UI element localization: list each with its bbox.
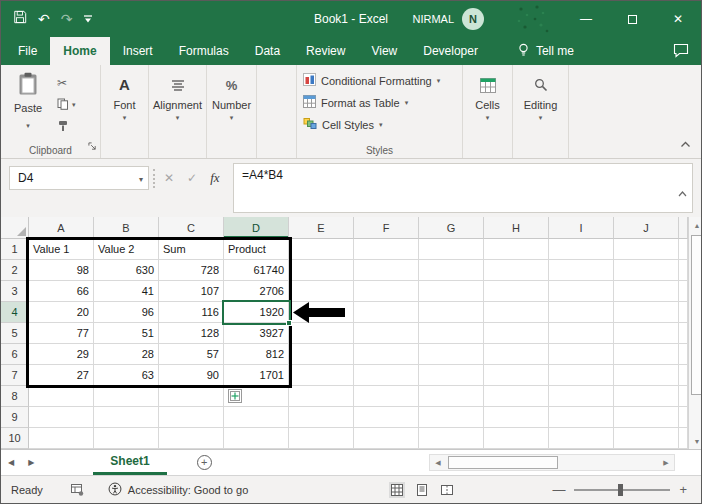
cell-F1[interactable] [354,239,419,260]
cell-H2[interactable] [484,260,549,281]
scroll-right-icon[interactable]: ▶ [658,459,674,467]
cell-B3[interactable]: 41 [94,281,159,302]
zoom-slider-thumb[interactable] [618,484,623,496]
row-header-8[interactable]: 8 [1,386,29,407]
accessibility-status[interactable]: Accessibility: Good to go [108,482,248,498]
cancel-icon[interactable]: ✕ [164,171,174,185]
cell-A2[interactable]: 98 [29,260,94,281]
cell-J8[interactable] [614,386,679,407]
cell-B4[interactable]: 96 [94,302,159,323]
cell-J2[interactable] [614,260,679,281]
cell-J6[interactable] [614,344,679,365]
cell-C2[interactable]: 728 [159,260,224,281]
save-icon[interactable] [13,10,27,28]
customize-quick-access-icon[interactable] [83,10,93,28]
cell-C5[interactable]: 128 [159,323,224,344]
scroll-down-icon[interactable]: ▼ [689,433,701,449]
tab-formulas[interactable]: Formulas [166,37,242,65]
cell-H4[interactable] [484,302,549,323]
cell-B9[interactable] [94,407,159,428]
formula-input[interactable]: =A4*B4 [233,163,693,213]
new-sheet-button[interactable]: + [197,455,212,470]
tab-view[interactable]: View [358,37,410,65]
column-header-D[interactable]: D [224,217,289,239]
cell-A9[interactable] [29,407,94,428]
font-group-button[interactable]: A Font ▾ [101,65,149,158]
cell-H9[interactable] [484,407,549,428]
cell-J1[interactable] [614,239,679,260]
tab-insert[interactable]: Insert [110,37,166,65]
name-box[interactable]: D4 ▾ [9,166,149,190]
cell-G1[interactable] [419,239,484,260]
scroll-left-icon[interactable]: ◀ [430,459,446,467]
cell-C8[interactable] [159,386,224,407]
cell-A6[interactable]: 29 [29,344,94,365]
cell-F10[interactable] [354,428,419,449]
cell-H7[interactable] [484,365,549,386]
column-header-B[interactable]: B [94,217,159,239]
cell-F3[interactable] [354,281,419,302]
tab-developer[interactable]: Developer [410,37,491,65]
cell-A1[interactable]: Value 1 [29,239,94,260]
cell-D2[interactable]: 61740 [224,260,289,281]
cell-J3[interactable] [614,281,679,302]
cell-J7[interactable] [614,365,679,386]
cell-H5[interactable] [484,323,549,344]
cell-H3[interactable] [484,281,549,302]
cell-H6[interactable] [484,344,549,365]
sheet-tab-sheet1[interactable]: Sheet1 [93,450,166,475]
cell-F2[interactable] [354,260,419,281]
row-header-3[interactable]: 3 [1,281,29,302]
cell-A10[interactable] [29,428,94,449]
alignment-group-button[interactable]: Alignment ▾ [149,65,207,158]
comments-icon[interactable] [673,43,689,62]
cell-D7[interactable]: 1701 [224,365,289,386]
row-header-1[interactable]: 1 [1,239,29,260]
formula-bar-collapse-icon[interactable] [678,183,687,201]
macro-record-icon[interactable] [71,484,84,496]
conditional-formatting-button[interactable]: Conditional Formatting ▾ [303,73,456,88]
avatar[interactable]: N [462,8,484,30]
tab-review[interactable]: Review [293,37,358,65]
cell-B5[interactable]: 51 [94,323,159,344]
cell-C1[interactable]: Sum [159,239,224,260]
cell-F7[interactable] [354,365,419,386]
normal-view-button[interactable] [389,482,405,498]
cell-I10[interactable] [549,428,614,449]
minimize-button[interactable]: — [563,1,609,37]
cell-D10[interactable] [224,428,289,449]
cell-I1[interactable] [549,239,614,260]
cell-G4[interactable] [419,302,484,323]
row-header-6[interactable]: 6 [1,344,29,365]
format-as-table-button[interactable]: Format as Table ▾ [303,95,456,110]
row-header-7[interactable]: 7 [1,365,29,386]
column-header-A[interactable]: A [29,217,94,239]
horizontal-scrollbar-thumb[interactable] [448,456,558,469]
select-all-button[interactable] [1,217,29,239]
cell-C7[interactable]: 90 [159,365,224,386]
zoom-out-icon[interactable]: — [552,483,565,496]
sheet-nav-right-icon[interactable]: ▶ [21,458,41,467]
maximize-button[interactable] [609,1,655,37]
cells-group-button[interactable]: Cells ▾ [463,65,513,158]
cell-I3[interactable] [549,281,614,302]
cell-A7[interactable]: 27 [29,365,94,386]
tab-file[interactable]: File [5,37,50,65]
column-header-I[interactable]: I [549,217,614,239]
scroll-up-icon[interactable]: ▲ [689,217,701,233]
cell-A4[interactable]: 20 [29,302,94,323]
vertical-scrollbar[interactable]: ▲ ▼ [688,217,701,449]
cell-C4[interactable]: 116 [159,302,224,323]
cell-F8[interactable] [354,386,419,407]
tab-data[interactable]: Data [242,37,293,65]
cell-A5[interactable]: 77 [29,323,94,344]
page-break-view-button[interactable] [439,482,455,498]
cell-H8[interactable] [484,386,549,407]
horizontal-scrollbar-track[interactable] [446,455,658,470]
sheet-nav-left-icon[interactable]: ◀ [1,458,21,467]
format-painter-button[interactable] [57,120,76,133]
undo-icon[interactable]: ↶ [38,12,50,26]
cut-button[interactable]: ✂ [57,76,76,89]
close-button[interactable]: ✕ [655,1,701,37]
editing-group-button[interactable]: Editing ▾ [513,65,569,158]
